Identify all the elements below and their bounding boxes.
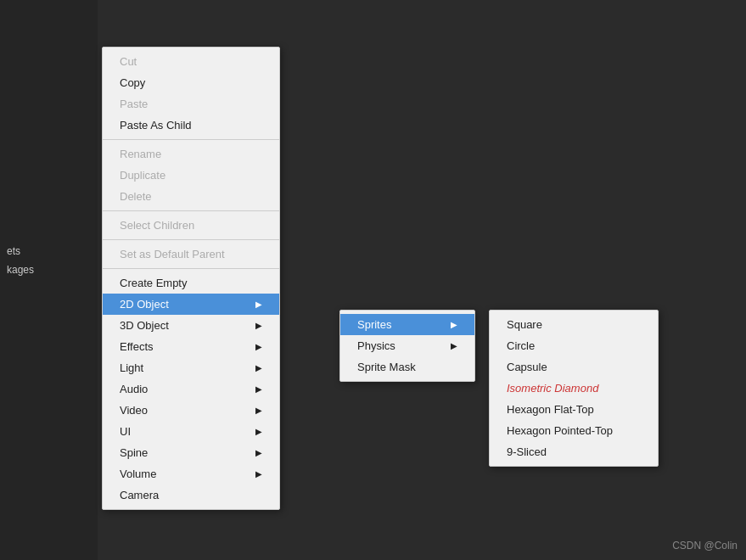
menu-item-ui[interactable]: UI ▶ <box>103 421 279 442</box>
menu-item-2d-object[interactable]: 2D Object ▶ <box>103 294 279 315</box>
watermark: CSDN @Colin <box>672 540 738 552</box>
menu-item-paste-as-child[interactable]: Paste As Child <box>103 115 279 136</box>
menu-item-physics[interactable]: Physics ▶ <box>340 335 474 356</box>
menu-item-circle[interactable]: Circle <box>490 335 658 356</box>
context-menu-main: Cut Copy Paste Paste As Child Rename Dup… <box>102 47 280 510</box>
menu-item-audio[interactable]: Audio ▶ <box>103 378 279 400</box>
menu-item-sprite-mask[interactable]: Sprite Mask <box>340 356 474 378</box>
menu-item-select-children[interactable]: Select Children <box>103 215 279 236</box>
menu-item-spine[interactable]: Spine ▶ <box>103 442 279 463</box>
arrow-icon-video: ▶ <box>255 406 262 415</box>
arrow-icon-volume: ▶ <box>255 469 262 479</box>
arrow-icon-sprites: ▶ <box>451 320 457 329</box>
menu-item-capsule[interactable]: Capsule <box>490 356 658 378</box>
left-item-kages: kages <box>0 260 98 279</box>
arrow-icon-spine: ▶ <box>255 448 262 457</box>
divider-3 <box>103 239 279 240</box>
menu-item-9-sliced[interactable]: 9-Sliced <box>490 441 658 462</box>
menu-item-camera[interactable]: Camera <box>103 484 279 506</box>
arrow-icon-ui: ▶ <box>255 427 262 436</box>
divider-4 <box>103 268 279 269</box>
left-panel <box>0 0 98 560</box>
menu-item-effects[interactable]: Effects ▶ <box>103 336 279 357</box>
left-item-ets: ets <box>0 242 98 260</box>
divider-1 <box>103 139 279 140</box>
arrow-icon-2d: ▶ <box>255 300 262 309</box>
arrow-icon-light: ▶ <box>255 363 262 372</box>
isometric-diamond-label: Isometric Diamond <box>507 382 598 395</box>
arrow-icon-physics: ▶ <box>451 341 457 350</box>
menu-item-create-empty[interactable]: Create Empty <box>103 272 279 294</box>
arrow-icon-effects: ▶ <box>255 342 262 351</box>
divider-2 <box>103 210 279 211</box>
menu-item-isometric-diamond[interactable]: Isometric Diamond <box>490 378 658 399</box>
left-panel-items: ets kages <box>0 242 98 279</box>
arrow-icon-3d: ▶ <box>255 321 262 330</box>
menu-item-set-default-parent[interactable]: Set as Default Parent <box>103 244 279 265</box>
menu-item-sprites[interactable]: Sprites ▶ <box>340 314 474 335</box>
menu-item-duplicate[interactable]: Duplicate <box>103 165 279 186</box>
menu-item-square[interactable]: Square <box>490 314 658 335</box>
menu-item-copy[interactable]: Copy <box>103 72 279 93</box>
menu-item-video[interactable]: Video ▶ <box>103 400 279 421</box>
menu-item-hexagon-pointed-top[interactable]: Hexagon Pointed-Top <box>490 420 658 441</box>
menu-item-volume[interactable]: Volume ▶ <box>103 463 279 484</box>
context-menu-2d: Sprites ▶ Physics ▶ Sprite Mask <box>339 310 475 382</box>
menu-item-delete[interactable]: Delete <box>103 186 279 207</box>
menu-item-rename[interactable]: Rename <box>103 143 279 165</box>
menu-item-paste[interactable]: Paste <box>103 93 279 115</box>
context-menu-sprites: Square Circle Capsule Isometric Diamond … <box>489 310 659 467</box>
menu-item-cut[interactable]: Cut <box>103 51 279 72</box>
menu-item-3d-object[interactable]: 3D Object ▶ <box>103 315 279 336</box>
arrow-icon-audio: ▶ <box>255 384 262 394</box>
menu-item-hexagon-flat-top[interactable]: Hexagon Flat-Top <box>490 399 658 420</box>
menu-item-light[interactable]: Light ▶ <box>103 357 279 378</box>
